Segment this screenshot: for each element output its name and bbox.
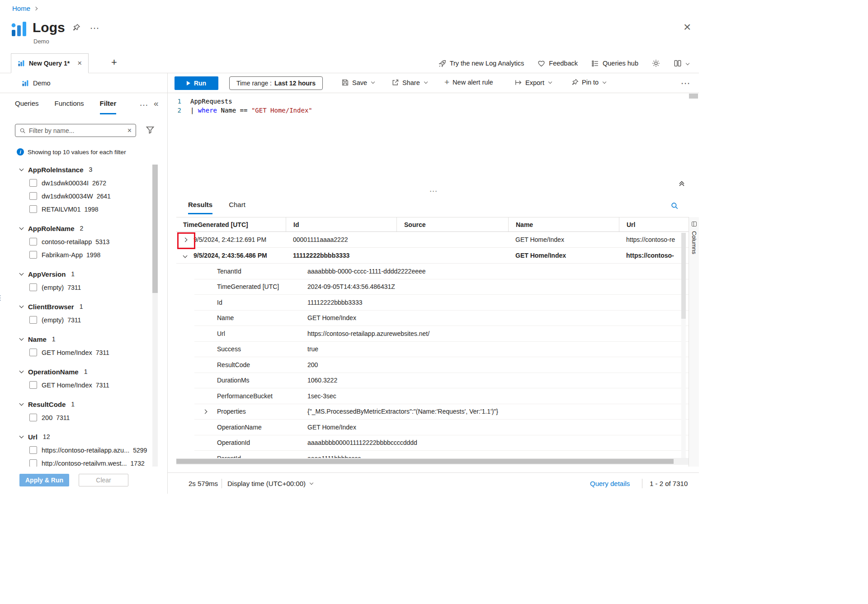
filter-group: Name1GET Home/Index7311 (20, 332, 152, 359)
collapse-row-icon[interactable] (183, 253, 188, 258)
time-range-picker[interactable]: Time range : Last 12 hours (229, 76, 323, 90)
filter-group-header[interactable]: Url12 (20, 430, 152, 444)
display-time-dropdown[interactable]: Display time (UTC+00:00) (227, 480, 313, 487)
filter-group-header[interactable]: ClientBrowser1 (20, 300, 152, 313)
filter-value-checkbox[interactable] (29, 179, 37, 187)
filter-value-checkbox[interactable] (29, 414, 37, 421)
filter-group-header[interactable]: AppVersion1 (20, 267, 152, 281)
filter-group: OperationName1GET Home/Index7311 (20, 365, 152, 392)
filter-group-name: ResultCode (28, 401, 66, 408)
filter-group: AppRoleInstance3dw1sdwk00034I2672dw1sdwk… (20, 163, 152, 216)
chevron-down-icon (19, 304, 24, 308)
tab-close-icon[interactable]: × (77, 59, 82, 68)
detail-value: 1060.3222 (307, 377, 689, 384)
column-header[interactable]: Id (286, 217, 396, 231)
detail-row: Successtrue (194, 342, 689, 358)
filter-group-count: 1 (52, 335, 56, 343)
columns-pane-toggle[interactable]: Columns (689, 217, 699, 467)
query-details-link[interactable]: Query details (590, 480, 630, 487)
queries-hub-button[interactable]: Queries hub (591, 60, 638, 67)
filter-value-row: https://contoso-retailapp.azu...5299 (20, 444, 152, 457)
layout-columns-button[interactable] (674, 59, 689, 67)
filter-value-row: (empty)7311 (20, 281, 152, 294)
sidebar-scrollbar-thumb[interactable] (152, 165, 158, 293)
pane-resize-handle[interactable]: ⋮ (0, 294, 4, 302)
filter-group-header[interactable]: AppRoleName2 (20, 222, 152, 235)
filter-value-count: 1998 (86, 251, 100, 259)
filter-group-header[interactable]: Name1 (20, 332, 152, 346)
tab-chart[interactable]: Chart (229, 201, 245, 214)
share-button[interactable]: Share (392, 79, 427, 86)
column-header[interactable]: Name (508, 217, 619, 231)
tab-functions[interactable]: Functions (55, 99, 84, 114)
save-button[interactable]: Save (341, 79, 374, 86)
feedback-button[interactable]: Feedback (538, 60, 578, 67)
tab-results[interactable]: Results (188, 201, 212, 214)
query-editor[interactable]: 1AppRequests2| where Name == "GET Home/I… (168, 93, 699, 196)
detail-key: ResultCode (217, 361, 307, 368)
new-tab-button[interactable]: + (111, 57, 117, 68)
sidebar-more-icon[interactable]: … (139, 98, 148, 108)
funnel-icon[interactable] (146, 125, 155, 136)
settings-button[interactable] (652, 59, 660, 67)
filter-value-row: dw1sdwk00034I2672 (20, 176, 152, 189)
try-new-log-analytics-button[interactable]: Try the new Log Analytics (439, 60, 524, 67)
detail-key: Name (217, 314, 307, 321)
editor-scrollbar-thumb[interactable] (689, 94, 698, 99)
tab-new-query-1[interactable]: New Query 1* × (11, 53, 89, 73)
filter-value-checkbox[interactable] (29, 283, 37, 291)
results-search-icon[interactable] (670, 202, 679, 212)
tab-filter[interactable]: Filter (100, 99, 117, 114)
tab-strip-actions: Try the new Log Analytics Feedback Queri… (439, 53, 689, 73)
filter-group-header[interactable]: AppRoleInstance3 (20, 163, 152, 176)
breadcrumb-home-link[interactable]: Home (12, 5, 30, 12)
results-hscrollbar-thumb[interactable] (176, 459, 674, 464)
pin-to-button[interactable]: Pin to (571, 79, 606, 86)
collapse-sidebar-icon[interactable]: « (154, 99, 159, 109)
scope-selector[interactable]: Demo (0, 73, 168, 93)
filter-value-checkbox[interactable] (29, 192, 37, 200)
filter-value-checkbox[interactable] (29, 316, 37, 324)
toolbar-more-icon[interactable]: … (680, 75, 690, 87)
filter-value-checkbox[interactable] (29, 251, 37, 259)
filter-value-checkbox[interactable] (29, 381, 37, 389)
export-button[interactable]: Export (514, 79, 552, 86)
clear-search-icon[interactable]: × (127, 127, 132, 135)
filter-value-label: (empty) (42, 316, 64, 324)
run-label: Run (194, 80, 206, 87)
filter-value-checkbox[interactable] (29, 205, 37, 213)
filter-value-count: 7311 (56, 414, 70, 421)
filter-group-header[interactable]: ResultCode1 (20, 397, 152, 411)
column-header[interactable]: TimeGenerated [UTC] (176, 217, 286, 231)
new-alert-rule-button[interactable]: + New alert rule (444, 79, 493, 86)
filter-info: i Showing top 10 values for each filter (17, 148, 126, 156)
expand-row-icon[interactable] (183, 237, 188, 242)
filter-value-checkbox[interactable] (29, 446, 37, 454)
query-tab-strip: New Query 1* × + Try the new Log Analyti… (0, 53, 699, 73)
filter-group-count: 3 (89, 166, 93, 173)
results-vscrollbar-track[interactable] (681, 233, 686, 458)
try-new-log-analytics-label: Try the new Log Analytics (450, 60, 524, 67)
close-icon[interactable]: × (684, 21, 691, 33)
pin-page-icon[interactable] (72, 24, 80, 33)
filter-group-header[interactable]: OperationName1 (20, 365, 152, 378)
tab-queries[interactable]: Queries (15, 99, 39, 114)
filter-value-checkbox[interactable] (29, 238, 37, 245)
cell-id: 00001111aaaa2222 (286, 236, 396, 243)
filter-value-checkbox[interactable] (29, 459, 37, 467)
column-header[interactable]: Source (396, 217, 508, 231)
filter-value-checkbox[interactable] (29, 349, 37, 356)
filter-value-count: 2672 (92, 179, 106, 187)
clear-button[interactable]: Clear (79, 474, 128, 486)
column-header[interactable]: Url (619, 217, 689, 231)
run-button[interactable]: Run (175, 76, 218, 90)
filter-group: AppVersion1(empty)7311 (20, 267, 152, 294)
editor-results-splitter[interactable]: ⋯ (429, 186, 438, 196)
filter-search-input[interactable] (29, 127, 124, 134)
results-vscrollbar-thumb[interactable] (681, 233, 686, 319)
apply-and-run-button[interactable]: Apply & Run (19, 474, 69, 486)
collapse-editor-icon[interactable] (678, 180, 685, 189)
expand-property-icon[interactable] (203, 409, 208, 414)
chevron-down-icon (19, 226, 24, 230)
page-more-icon[interactable]: … (90, 20, 100, 32)
